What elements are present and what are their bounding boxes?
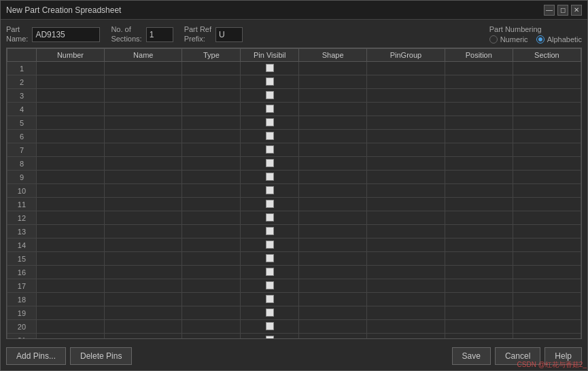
pin-visibility-cell[interactable] <box>241 266 299 279</box>
alphabetic-radio-dot[interactable] <box>536 35 544 43</box>
pin-name-cell[interactable] <box>105 306 182 320</box>
pin-section-cell[interactable] <box>513 266 581 279</box>
pin-visibility-cell[interactable] <box>241 320 299 334</box>
pin-number-cell[interactable] <box>36 334 104 339</box>
pin-visibility-checkbox[interactable] <box>266 173 274 181</box>
pin-visibility-cell[interactable] <box>241 75 299 89</box>
pin-group-cell[interactable] <box>367 334 445 339</box>
table-row[interactable]: 11 <box>7 198 581 211</box>
pin-shape-cell[interactable] <box>299 238 367 252</box>
pin-visibility-cell[interactable] <box>241 306 299 320</box>
pin-shape-cell[interactable] <box>299 306 367 320</box>
table-row[interactable]: 1 <box>7 62 581 75</box>
pin-section-cell[interactable] <box>513 252 581 266</box>
pin-shape-cell[interactable] <box>299 334 367 339</box>
pin-position-cell[interactable] <box>445 143 513 157</box>
table-row[interactable]: 17 <box>7 279 581 293</box>
table-row[interactable]: 9 <box>7 171 581 184</box>
pin-shape-cell[interactable] <box>299 184 367 198</box>
radio-alphabetic[interactable]: Alphabetic <box>536 35 582 43</box>
pin-position-cell[interactable] <box>445 157 513 171</box>
pin-visibility-checkbox[interactable] <box>266 118 274 126</box>
pin-type-cell[interactable] <box>182 103 241 116</box>
pin-group-cell[interactable] <box>367 143 445 157</box>
pin-position-cell[interactable] <box>445 211 513 225</box>
pin-name-cell[interactable] <box>105 103 182 116</box>
table-row[interactable]: 4 <box>7 103 581 116</box>
pin-group-cell[interactable] <box>367 293 445 306</box>
pin-visibility-cell[interactable] <box>241 89 299 103</box>
pin-type-cell[interactable] <box>182 238 241 252</box>
pin-shape-cell[interactable] <box>299 62 367 75</box>
pin-number-cell[interactable] <box>36 279 104 293</box>
pin-shape-cell[interactable] <box>299 116 367 130</box>
pin-position-cell[interactable] <box>445 266 513 279</box>
pin-name-cell[interactable] <box>105 62 182 75</box>
radio-numeric[interactable]: Numeric <box>489 35 528 43</box>
pin-number-cell[interactable] <box>36 320 104 334</box>
pin-name-cell[interactable] <box>105 293 182 306</box>
pin-group-cell[interactable] <box>367 116 445 130</box>
pin-type-cell[interactable] <box>182 306 241 320</box>
pin-number-cell[interactable] <box>36 89 104 103</box>
table-row[interactable]: 20 <box>7 320 581 334</box>
table-row[interactable]: 15 <box>7 252 581 266</box>
pin-type-cell[interactable] <box>182 279 241 293</box>
pin-type-cell[interactable] <box>182 62 241 75</box>
pin-name-cell[interactable] <box>105 320 182 334</box>
pin-group-cell[interactable] <box>367 320 445 334</box>
pin-visibility-checkbox[interactable] <box>266 336 274 339</box>
table-row[interactable]: 14 <box>7 238 581 252</box>
minimize-button[interactable]: — <box>544 5 555 16</box>
pin-visibility-cell[interactable] <box>241 293 299 306</box>
pin-visibility-checkbox[interactable] <box>266 145 274 154</box>
pin-position-cell[interactable] <box>445 62 513 75</box>
save-button[interactable]: Save <box>452 347 491 365</box>
pin-type-cell[interactable] <box>182 75 241 89</box>
pin-visibility-checkbox[interactable] <box>266 241 274 249</box>
pin-position-cell[interactable] <box>445 103 513 116</box>
pin-visibility-checkbox[interactable] <box>266 308 274 317</box>
pin-type-cell[interactable] <box>182 157 241 171</box>
pin-visibility-checkbox[interactable] <box>266 268 274 276</box>
pin-section-cell[interactable] <box>513 293 581 306</box>
pin-name-cell[interactable] <box>105 211 182 225</box>
pin-section-cell[interactable] <box>513 238 581 252</box>
pin-visibility-cell[interactable] <box>241 143 299 157</box>
pin-position-cell[interactable] <box>445 116 513 130</box>
pin-position-cell[interactable] <box>445 293 513 306</box>
pin-number-cell[interactable] <box>36 130 104 143</box>
pin-number-cell[interactable] <box>36 211 104 225</box>
pin-type-cell[interactable] <box>182 143 241 157</box>
pin-name-cell[interactable] <box>105 143 182 157</box>
pin-section-cell[interactable] <box>513 225 581 238</box>
pin-visibility-cell[interactable] <box>241 130 299 143</box>
pin-number-cell[interactable] <box>36 75 104 89</box>
pin-position-cell[interactable] <box>445 334 513 339</box>
pin-shape-cell[interactable] <box>299 89 367 103</box>
pin-shape-cell[interactable] <box>299 103 367 116</box>
pin-visibility-checkbox[interactable] <box>266 186 274 194</box>
pin-position-cell[interactable] <box>445 198 513 211</box>
table-row[interactable]: 16 <box>7 266 581 279</box>
pin-name-cell[interactable] <box>105 198 182 211</box>
pin-type-cell[interactable] <box>182 89 241 103</box>
pin-visibility-checkbox[interactable] <box>266 322 274 330</box>
table-row[interactable]: 3 <box>7 89 581 103</box>
pin-number-cell[interactable] <box>36 238 104 252</box>
pin-visibility-checkbox[interactable] <box>266 91 274 99</box>
pin-visibility-checkbox[interactable] <box>266 64 274 72</box>
pin-visibility-checkbox[interactable] <box>266 227 274 235</box>
part-name-input[interactable] <box>32 27 100 42</box>
delete-pins-button[interactable]: Delete Pins <box>70 347 132 365</box>
table-row[interactable]: 12 <box>7 211 581 225</box>
pin-position-cell[interactable] <box>445 75 513 89</box>
pin-number-cell[interactable] <box>36 171 104 184</box>
pin-shape-cell[interactable] <box>299 279 367 293</box>
table-row[interactable]: 10 <box>7 184 581 198</box>
pin-section-cell[interactable] <box>513 184 581 198</box>
pin-visibility-cell[interactable] <box>241 157 299 171</box>
pin-type-cell[interactable] <box>182 198 241 211</box>
table-row[interactable]: 18 <box>7 293 581 306</box>
pin-name-cell[interactable] <box>105 157 182 171</box>
